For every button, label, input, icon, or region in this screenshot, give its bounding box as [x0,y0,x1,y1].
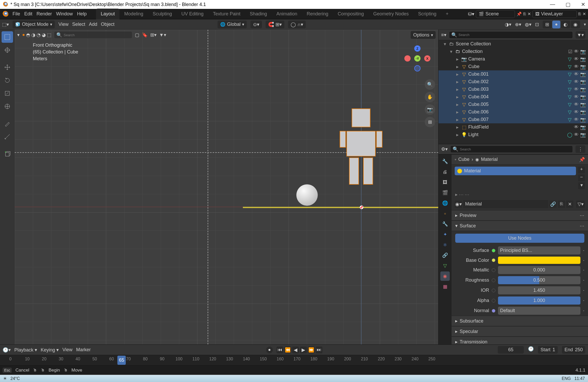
close-button[interactable]: ✕ [581,1,585,8]
pin-icon[interactable]: 📌 [579,157,585,162]
prop-surface-value[interactable]: Principled BS... [498,246,580,254]
new-material-icon[interactable]: ⎘ [558,201,565,208]
tool-transform[interactable] [2,101,13,112]
color-socket-icon[interactable] [492,258,495,262]
mode-dropdown[interactable]: 🧊 Object Mode ▾ [13,21,55,28]
tab-material[interactable]: ◉ [440,271,450,281]
tab-layout[interactable]: Layout [96,9,119,19]
material-slot-0[interactable]: Material [455,167,576,175]
slot-add[interactable]: + [578,167,585,173]
tool-add-cube[interactable]: + [2,148,13,160]
tab-modifiers[interactable]: 🔧 [440,219,450,229]
outliner-item-fluidfield[interactable]: ▸⬚FluidField👁📷 [439,123,588,131]
gizmo-y[interactable]: -Y [414,55,421,62]
menu-file[interactable]: File [13,11,20,17]
panel-specular[interactable]: ▸Specular [452,326,588,337]
keyframe-prev-button[interactable]: ⏪ [284,347,291,353]
clock-icon[interactable]: 🕐 [528,346,534,354]
gizmo-x[interactable]: X [424,55,430,62]
camera-view-icon[interactable]: 📷 [425,104,435,115]
tool-scale[interactable] [2,88,13,99]
outliner-item-cube001[interactable]: ▸▽Cube.001▽👁📷 [439,70,588,78]
timeline-ruler[interactable]: 0102030405060708090100110120130140150160… [0,355,588,365]
header-select[interactable]: Select [72,22,85,27]
gizmo-z[interactable]: Z [414,45,421,52]
node-link-icon[interactable]: ▽▾ [576,201,585,208]
menu-window[interactable]: Window [56,11,73,17]
tab-output[interactable]: 🖨 [440,167,450,177]
slot-remove[interactable]: − [578,174,585,181]
properties-search[interactable] [460,147,571,151]
browse-material-icon[interactable]: ◉▾ [455,201,462,208]
temperature[interactable]: 24°C [10,376,20,381]
crumb-material[interactable]: Material [481,157,498,162]
object-sphere[interactable] [296,184,318,206]
timeline-playback[interactable]: Playback ▾ [14,347,37,353]
tab-scripting[interactable]: Scripting [413,9,441,19]
tab-modeling[interactable]: Modeling [119,9,148,19]
minimize-button[interactable]: — [550,1,555,8]
properties-options[interactable]: ⋮ [575,145,585,153]
shading-options[interactable]: ▾ [584,22,586,27]
outliner[interactable]: ▾🗀Scene Collection ▾🗀Collection ☑👁📷 ▸📷Ca… [439,40,588,144]
material-name-field[interactable]: Material [463,200,548,208]
delete-scene-icon[interactable]: ✕ [527,11,531,16]
outliner-item-cube004[interactable]: ▸▽Cube.004▽👁📷 [439,93,588,101]
outliner-item-cube003[interactable]: ▸▽Cube.003▽👁📷 [439,86,588,93]
view-dropdown-icon[interactable]: ▾ [17,32,20,38]
tool-cursor[interactable] [2,44,13,56]
tab-constraints[interactable]: 🔗 [440,251,450,260]
viewlayer-field[interactable]: 🖼 ViewLayer [532,10,577,18]
wireframe-shading[interactable]: ⊞ [543,21,552,28]
solid-shading[interactable]: ● [552,21,560,28]
navigation-gizmo[interactable]: Z -Y X [404,45,430,71]
matpreview-shading[interactable]: ◐ [561,21,570,28]
jump-end-button[interactable]: ⏭ [316,347,322,353]
tab-geometry-nodes[interactable]: Geometry Nodes [369,9,413,19]
menu-edit[interactable]: Edit [24,11,32,17]
view-camera-icon[interactable]: ⊞▾ [150,32,157,38]
viewport-search[interactable] [64,33,130,37]
blender-icon[interactable] [2,11,8,17]
camera-lock-icon[interactable]: 🔖 [142,32,148,38]
new-scene-icon[interactable]: ⎘ [523,12,526,16]
header-object[interactable]: Object [101,22,115,27]
tool-measure[interactable] [2,131,13,142]
header-add[interactable]: Add [89,22,97,27]
tab-object[interactable]: ▫ [440,209,450,218]
value-socket-icon[interactable] [492,289,495,292]
tab-scene[interactable]: 🎬 [440,188,450,197]
keyframe-next-button[interactable]: ⏩ [308,347,315,353]
start-frame-field[interactable]: Start1 [538,346,558,354]
vmode1-icon[interactable]: ◓ [26,32,30,38]
jump-start-button[interactable]: ⏮ [277,347,283,353]
scene-field[interactable]: 🎬 Scene [476,10,515,18]
filter-icon[interactable]: ▼▾ [159,32,166,38]
value-socket-icon[interactable] [492,268,495,272]
prop-ior-value[interactable]: 1.450 [498,286,580,294]
tool-select-box[interactable] [2,31,13,43]
panel-subsurface[interactable]: ▸Subsurface [452,316,588,326]
unlink-material-icon[interactable]: ✕ [566,201,573,208]
autokey-icon[interactable]: ● [266,347,273,353]
crumb-object[interactable]: Cube [458,157,470,162]
tab-render[interactable]: 🔧 [440,157,450,166]
browse-scene-icon[interactable]: ⛁▾ [468,11,474,17]
gizmo-icon[interactable]: ⊕▾ [515,22,521,27]
visibility-icon[interactable]: ◑▾ [505,22,511,27]
pan-icon[interactable]: ✋ [425,92,435,102]
orbit-icon[interactable]: ● [22,32,25,38]
playhead[interactable]: 65 [117,356,126,365]
panel-preview[interactable]: ▸Preview⋯ [452,210,588,221]
overlay-icon[interactable]: ◍▾ [525,22,531,27]
timeline-marker[interactable]: Marker [76,347,91,353]
prop-roughness-value[interactable]: 0.500 [498,276,580,284]
tab-sculpting[interactable]: Sculpting [148,9,177,19]
gizmo-neg-x[interactable] [404,55,411,62]
vmode2-icon[interactable]: ◑ [31,32,35,38]
tab-rendering[interactable]: Rendering [302,9,333,19]
menu-render[interactable]: Render [37,11,52,17]
perspective-icon[interactable]: ⊞ [425,117,435,127]
tab-shading[interactable]: Shading [245,9,272,19]
tool-move[interactable] [2,62,13,73]
